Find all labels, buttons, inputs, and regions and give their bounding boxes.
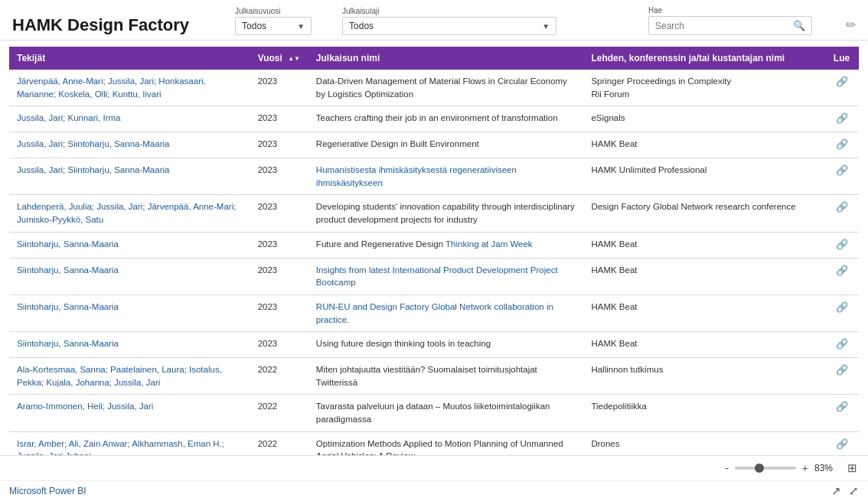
read-link-icon[interactable]: 🔗 <box>836 164 848 178</box>
fullscreen-button[interactable]: ⤢ <box>849 484 859 498</box>
julkaisu-link[interactable]: Humanistisesta ihmiskäsityksestä regener… <box>316 165 517 187</box>
cell-lehti: Springer Proceedings in ComplexityRii Fo… <box>583 70 824 106</box>
pencil-icon[interactable]: ✏ <box>846 18 856 35</box>
footer-icons: ↗ ⤢ <box>831 484 859 498</box>
tekijat-link[interactable]: Siintoharju, Sanna-Maaria <box>17 302 119 311</box>
read-link-icon[interactable]: 🔗 <box>836 200 848 215</box>
julkaisuvuosi-filter-group: Julkaisuvuosi Todos ▼ <box>235 7 312 35</box>
table-row: Siintoharju, Sanna-Maaria2023Using futur… <box>9 332 859 358</box>
cell-vuosi: 2022 <box>250 431 308 455</box>
read-link-icon[interactable]: 🔗 <box>836 301 848 315</box>
read-link-icon[interactable]: 🔗 <box>836 400 848 415</box>
tekijat-link[interactable]: Ala-Kortesmaa, Sanna; Paatelainen, Laura… <box>17 365 222 387</box>
cell-tekijat: Siintoharju, Sanna-Maaria <box>9 294 250 331</box>
cell-lue: 🔗 <box>824 258 859 294</box>
julkaisu-link[interactable]: RUN-EU and Design Factory Global Network… <box>316 302 553 324</box>
read-link-icon[interactable]: 🔗 <box>836 238 848 252</box>
read-link-icon[interactable]: 🔗 <box>836 112 848 126</box>
cell-tekijat: Siintoharju, Sanna-Maaria <box>9 332 250 358</box>
zoom-slider[interactable] <box>735 467 796 470</box>
cell-tekijat: Siintoharju, Sanna-Maaria <box>9 258 250 294</box>
cell-julkaisu: Teachers crafting their job in an enviro… <box>308 106 584 132</box>
cell-lue: 🔗 <box>824 132 859 158</box>
table-row: Aramo-Immonen, Heli; Jussila, Jari2022Ta… <box>9 395 859 431</box>
col-header-vuosi[interactable]: Vuosi ▲▼ <box>250 47 308 70</box>
tekijat-link[interactable]: Jussila, Jari; Siintoharju, Sanna-Maaria <box>17 139 169 148</box>
cell-vuosi: 2023 <box>250 232 308 258</box>
cell-vuosi: 2023 <box>250 158 308 195</box>
tekijat-link[interactable]: Järvenpää, Anne-Mari; Jussila, Jari; Hon… <box>17 76 206 99</box>
zoom-fit-button[interactable]: ⊞ <box>846 460 859 477</box>
main-content: Tekijät Vuosi ▲▼ Julkaisun nimi Lehden, … <box>0 41 868 455</box>
search-icon[interactable]: 🔍 <box>787 17 811 34</box>
julkaisulaji-select[interactable]: Todos ▼ <box>342 17 556 35</box>
cell-lehti: HAMK Unlimited Professional <box>583 158 824 195</box>
tekijat-link[interactable]: Aramo-Immonen, Heli; Jussila, Jari <box>17 402 153 411</box>
table-wrap: Tekijät Vuosi ▲▼ Julkaisun nimi Lehden, … <box>9 47 859 455</box>
tekijat-link[interactable]: Siintoharju, Sanna-Maaria <box>17 339 119 348</box>
julkaisuvuosi-value: Todos <box>242 21 266 31</box>
col-header-lehti: Lehden, konferenssin ja/tai kustantajan … <box>583 47 824 70</box>
tekijat-link[interactable]: Siintoharju, Sanna-Maaria <box>17 265 119 275</box>
tekijat-link[interactable]: Lahdenperä, Juulia; Jussila, Jari; Järve… <box>17 202 236 224</box>
cell-lue: 🔗 <box>824 195 859 232</box>
cell-lue: 🔗 <box>824 431 859 455</box>
cell-tekijat: Jussila, Jari; Siintoharju, Sanna-Maaria <box>9 158 250 195</box>
cell-vuosi: 2023 <box>250 258 308 294</box>
tekijat-link[interactable]: Jussila, Jari; Kunnari, Irma <box>17 113 121 122</box>
search-input[interactable] <box>649 18 787 34</box>
cell-lue: 🔗 <box>824 158 859 195</box>
read-link-icon[interactable]: 🔗 <box>836 138 848 152</box>
julkaisulaji-label: Julkaisulaji <box>342 7 556 15</box>
search-label: Hae <box>648 6 812 15</box>
table-row: Jussila, Jari; Siintoharju, Sanna-Maaria… <box>9 158 859 195</box>
cell-lehti: Tiedepolitiikka <box>583 395 824 431</box>
cell-lehti: HAMK Beat <box>583 232 824 258</box>
table-row: Israr, Amber; Ali, Zain Anwar; Alkhammas… <box>9 431 859 455</box>
col-header-lue: Lue <box>824 47 859 70</box>
julkaisu-link[interactable]: Insights from latest International Produ… <box>316 265 558 288</box>
table-row: Järvenpää, Anne-Mari; Jussila, Jari; Hon… <box>9 70 859 106</box>
cell-lehti: eSignals <box>583 106 824 132</box>
read-link-icon[interactable]: 🔗 <box>836 337 848 352</box>
cell-julkaisu: Regenerative Design in Built Environment <box>308 132 584 158</box>
cell-lue: 🔗 <box>824 395 859 431</box>
tekijat-link[interactable]: Siintoharju, Sanna-Maaria <box>17 239 119 249</box>
julkaisulaji-filter-group: Julkaisulaji Todos ▼ <box>342 7 556 35</box>
read-link-icon[interactable]: 🔗 <box>836 438 848 452</box>
cell-vuosi: 2022 <box>250 358 308 395</box>
bottom-bar: - + 83% ⊞ <box>0 455 868 480</box>
julkaisulaji-value: Todos <box>349 21 374 31</box>
tekijat-link[interactable]: Israr, Amber; Ali, Zain Anwar; Alkhammas… <box>17 439 224 455</box>
tekijat-link[interactable]: Jussila, Jari; Siintoharju, Sanna-Maaria <box>17 165 169 174</box>
read-link-icon[interactable]: 🔗 <box>836 264 848 278</box>
cell-vuosi: 2022 <box>250 395 308 431</box>
zoom-out-button[interactable]: - <box>723 462 730 474</box>
cell-lehti: HAMK Beat <box>583 258 824 294</box>
table-row: Jussila, Jari; Kunnari, Irma2023Teachers… <box>9 106 859 132</box>
cell-vuosi: 2023 <box>250 294 308 331</box>
table-row: Siintoharju, Sanna-Maaria2023Future and … <box>9 232 859 258</box>
table-row: Siintoharju, Sanna-Maaria2023Insights fr… <box>9 258 859 294</box>
cell-tekijat: Israr, Amber; Ali, Zain Anwar; Alkhammas… <box>9 431 250 455</box>
powerbi-link[interactable]: Microsoft Power BI <box>9 486 86 496</box>
table-row: Ala-Kortesmaa, Sanna; Paatelainen, Laura… <box>9 358 859 395</box>
cell-vuosi: 2023 <box>250 132 308 158</box>
julkaisuvuosi-select[interactable]: Todos ▼ <box>235 17 312 35</box>
col-header-julkaisu: Julkaisun nimi <box>308 47 584 70</box>
cell-julkaisu: Developing students' innovation capabili… <box>308 195 584 232</box>
cell-julkaisu: Using future design thinking tools in te… <box>308 332 584 358</box>
julkaisulaji-chevron-icon: ▼ <box>542 22 550 31</box>
read-link-icon[interactable]: 🔗 <box>836 363 848 378</box>
zoom-in-button[interactable]: + <box>801 462 810 474</box>
read-link-icon[interactable]: 🔗 <box>836 75 848 89</box>
cell-tekijat: Aramo-Immonen, Heli; Jussila, Jari <box>9 395 250 431</box>
cell-lehti: Drones <box>583 431 824 455</box>
share-button[interactable]: ↗ <box>831 484 841 498</box>
julkaisu-partial-link[interactable]: Thinking at Jam Week <box>445 239 533 249</box>
julkaisuvuosi-label: Julkaisuvuosi <box>235 7 312 15</box>
cell-tekijat: Siintoharju, Sanna-Maaria <box>9 232 250 258</box>
table-row: Siintoharju, Sanna-Maaria2023RUN-EU and … <box>9 294 859 331</box>
cell-tekijat: Jussila, Jari; Siintoharju, Sanna-Maaria <box>9 132 250 158</box>
cell-julkaisu: Tavarasta palveluun ja dataan – Muutos l… <box>308 395 584 431</box>
